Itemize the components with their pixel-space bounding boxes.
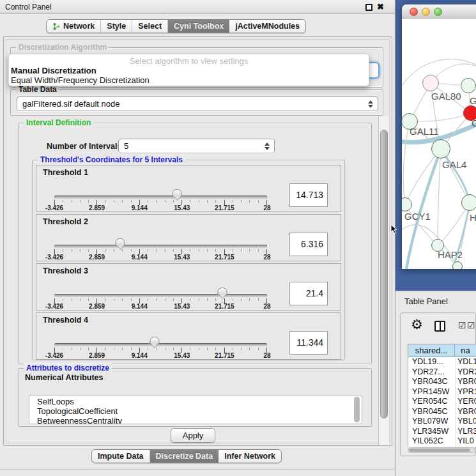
table-row[interactable]: YLR345WYLR3 [408, 427, 476, 437]
float-icon[interactable] [365, 4, 372, 11]
table-cell[interactable]: YER0 [455, 397, 476, 407]
network-node[interactable] [422, 75, 439, 91]
tab-impute-data[interactable]: Impute Data [92, 450, 150, 463]
tab-cyni-toolbox[interactable]: Cyni Toolbox [168, 20, 229, 33]
table-cell[interactable]: YPR1 [455, 387, 476, 397]
table-cell[interactable]: YER054C [408, 397, 455, 407]
attribute-item[interactable]: SelfLoops [29, 397, 362, 406]
network-node[interactable] [461, 194, 476, 211]
threshold-value-field[interactable]: 14.713 [289, 183, 328, 207]
column-header[interactable]: shared... [408, 344, 455, 357]
tab-infer-network[interactable]: Infer Network [219, 450, 281, 463]
apply-button[interactable]: Apply [171, 428, 215, 443]
table-panel: Table Panel ⚙ ☑ ☑ shared... na YDL19...Y… [395, 291, 476, 476]
close-icon[interactable]: ✖ [377, 2, 384, 12]
checkbox-icon[interactable]: ☑ [467, 321, 475, 330]
numerical-attributes-list[interactable]: SelfLoopsTopologicalCoefficientBetweenne… [29, 395, 362, 424]
tick-label: 21.715 [215, 352, 234, 359]
table-cell[interactable]: YBR043C [408, 377, 455, 387]
table-data-combobox[interactable]: galFiltered.sif default node [17, 96, 378, 111]
network-view-window[interactable]: GAL80 GAL11 GAL4 GCY1 HAP2 G C H [402, 4, 476, 269]
table-row[interactable]: YBR045CYBR0 [408, 407, 476, 417]
checkbox-icon[interactable]: ☑ [458, 321, 466, 330]
threshold-slider[interactable]: -3.4262.8599.14415.4321.71528 [54, 264, 267, 311]
control-panel-titlebar[interactable]: Control Panel ✖ [0, 0, 395, 14]
threshold-value-field[interactable]: 21.4 [289, 282, 328, 305]
table-panel-title: Table Panel [404, 296, 448, 306]
slider-track[interactable] [54, 343, 267, 346]
table-cell[interactable]: YIL0 [455, 436, 476, 447]
slider-tick-labels: -3.4262.8599.14415.4321.71528 [54, 352, 267, 360]
threshold-rows-container: Threshold 1 -3.4262.8599.14415.4321.7152… [36, 165, 341, 362]
table-row[interactable]: YDR27...YDR2 [408, 367, 476, 378]
slider-track[interactable] [54, 245, 267, 248]
zoom-traffic-light-icon[interactable] [434, 8, 442, 16]
threshold-slider[interactable]: -3.4262.8599.14415.4321.71528 [54, 313, 267, 360]
algorithm-option-equal-width[interactable]: Equal Width/Frequency Discretization [11, 75, 150, 85]
minimize-traffic-light-icon[interactable] [422, 8, 430, 16]
algorithm-option-manual[interactable]: Manual Discretization [11, 66, 96, 75]
table-row[interactable]: YDL19...YDL1 [408, 357, 476, 367]
table-cell[interactable]: YIL052C [408, 436, 455, 447]
gear-icon[interactable]: ⚙ [411, 317, 423, 332]
tab-label: Style [107, 22, 126, 31]
network-node[interactable] [461, 78, 476, 93]
threshold-value-field[interactable]: 6.316 [289, 233, 328, 256]
tab-network[interactable]: Network [47, 20, 101, 33]
slider-tick-labels: -3.4262.8599.14415.4321.71528 [54, 303, 267, 311]
table-cell[interactable]: YDL19... [408, 357, 455, 367]
network-node[interactable] [431, 139, 450, 158]
tick-label: 9.144 [132, 204, 148, 211]
table-cell[interactable]: YBR0 [455, 407, 476, 417]
tab-jactivemnodules[interactable]: jActiveMNodules [229, 20, 305, 33]
slider-thumb[interactable] [218, 288, 227, 295]
table-cell[interactable]: YBL0 [455, 417, 476, 427]
window-title: Control Panel [5, 3, 52, 12]
table-cell[interactable]: YDL1 [455, 357, 476, 367]
bottom-tab-bar: Impute Data Discretize Data Infer Networ… [91, 449, 282, 463]
threshold-panel-4: Threshold 4 -3.4262.8599.14415.4321.7152… [36, 312, 341, 360]
table-hscrollbar[interactable] [408, 447, 476, 453]
node-label: GAL4 [442, 159, 466, 170]
tab-select[interactable]: Select [132, 20, 168, 33]
tab-style[interactable]: Style [101, 20, 132, 33]
table-row[interactable]: YPR145WYPR1 [408, 387, 476, 397]
table-cell[interactable]: YLR3 [455, 427, 476, 437]
num-intervals-spinner[interactable]: 5 [118, 139, 275, 153]
table-row[interactable]: YIL052CYIL0 [408, 436, 476, 447]
slider-track[interactable] [54, 196, 267, 199]
interval-definition-title: Interval Definition [24, 118, 93, 127]
tab-discretize-data[interactable]: Discretize Data [150, 450, 219, 463]
network-node[interactable] [452, 261, 463, 269]
table-cell[interactable]: YBL079W [408, 417, 455, 427]
table-row[interactable]: YBR043CYBR0 [408, 377, 476, 387]
attribute-item[interactable]: BetweennessCentrality [29, 416, 362, 424]
slider-track[interactable] [54, 294, 267, 297]
list-scrollbar-thumb[interactable] [354, 397, 360, 422]
table-cell[interactable]: YPR145W [408, 387, 455, 397]
threshold-slider[interactable]: -3.4262.8599.14415.4321.71528 [54, 165, 267, 213]
table-cell[interactable]: YDR27... [408, 367, 455, 378]
table-cell[interactable]: YBR045C [408, 407, 455, 417]
panel-scrollbar-track[interactable] [378, 116, 389, 445]
close-traffic-light-icon[interactable] [410, 8, 418, 16]
network-canvas[interactable]: GAL80 GAL11 GAL4 GCY1 HAP2 G C H [402, 19, 476, 269]
network-window-titlebar[interactable] [402, 4, 476, 19]
table-cell[interactable]: YBR0 [455, 377, 476, 387]
tick-label: 28 [263, 254, 270, 261]
slider-thumb[interactable] [173, 189, 182, 197]
panel-scrollbar-thumb[interactable] [380, 130, 388, 418]
columns-icon[interactable] [434, 321, 445, 332]
table-cell[interactable]: YLR345W [408, 427, 455, 437]
table-row[interactable]: YBL079WYBL0 [408, 417, 476, 427]
table-hscrollbar-thumb[interactable] [409, 449, 470, 452]
table-cell[interactable]: YDR2 [455, 367, 476, 378]
threshold-value-field[interactable]: 11.344 [289, 331, 328, 355]
slider-thumb[interactable] [150, 337, 159, 344]
table-row[interactable]: YER054CYER0 [408, 397, 476, 407]
column-header[interactable]: na [455, 344, 476, 357]
attribute-item[interactable]: TopologicalCoefficient [29, 406, 362, 416]
algorithm-prompt: Select algorithm to view settings [9, 56, 369, 66]
threshold-slider[interactable]: -3.4262.8599.14415.4321.71528 [54, 215, 267, 262]
slider-thumb[interactable] [116, 238, 125, 246]
